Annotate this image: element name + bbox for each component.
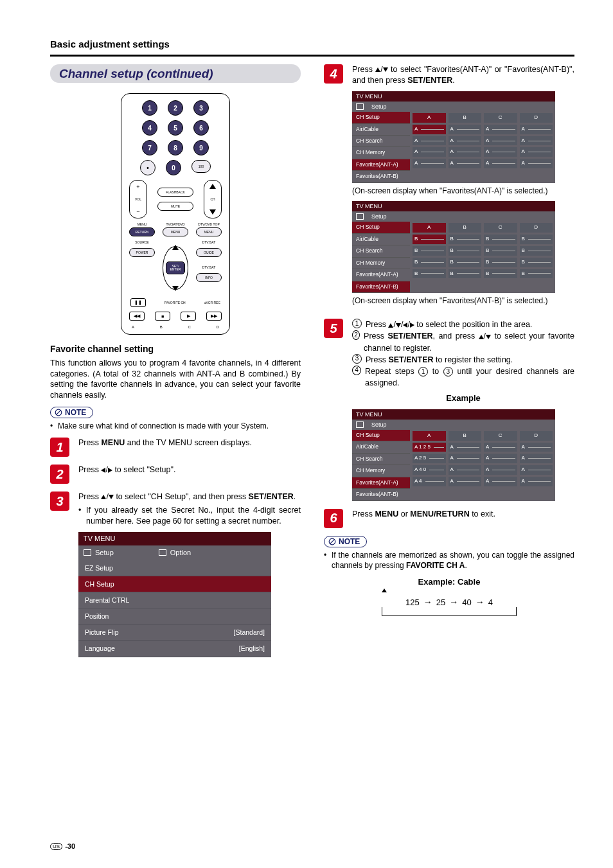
step-5-body: 1Press /// to select the position in the… xyxy=(352,319,574,500)
remote-menu3: MENU xyxy=(196,227,222,236)
remote-dpad: SET/ ENTER xyxy=(159,242,192,294)
captionA: (On-screen display when "Favorites(ANT-A… xyxy=(352,186,574,196)
circled-4-icon: 4 xyxy=(352,366,361,375)
remote-stop-icon: ■ xyxy=(155,312,170,321)
tvmenu3-row: Language[English] xyxy=(78,641,271,657)
remote-btn-7: 7 xyxy=(142,140,157,155)
step-6-num: 6 xyxy=(324,509,343,528)
remote-info: INFO xyxy=(196,273,222,282)
intro-para: This function allows you to program 4 fa… xyxy=(50,358,301,400)
example-heading: Example xyxy=(352,393,574,404)
option-icon xyxy=(159,549,166,556)
remote-btn-5: 5 xyxy=(168,120,183,136)
tvmenu-step3: TV MENU SetupOption EZ Setup CH Setup Pa… xyxy=(78,532,271,657)
svg-line-3 xyxy=(330,539,334,544)
remote-btn-8: 8 xyxy=(168,140,183,155)
step-1-body: Press MENU and the TV MENU screen displa… xyxy=(78,438,301,448)
up-arrow-icon xyxy=(101,495,106,499)
tv-icon xyxy=(84,549,91,556)
remote-ff-icon: ▶▶ xyxy=(206,312,222,321)
left-arrow-icon xyxy=(101,468,105,473)
tvmenu3-row: Parental CTRL xyxy=(78,592,271,608)
remote-btn-ent: 100 xyxy=(191,160,211,173)
remote-btn-3: 3 xyxy=(193,100,209,116)
svg-line-1 xyxy=(56,410,60,414)
loop-arrow-icon xyxy=(382,589,387,592)
step-2-num: 2 xyxy=(50,465,69,484)
loop-line xyxy=(382,607,517,616)
tvmenu3-row: Picture Flip[Standard] xyxy=(78,624,271,641)
remote-guide: GUIDE xyxy=(196,248,222,257)
step-3-sub: If you already set the Secret No., input… xyxy=(78,505,301,527)
tvmenu-favA: TV MENU Setup CH SetupAir/CableCH Search… xyxy=(352,91,555,183)
tvmenu-favB: TV MENU Setup CH SetupAir/CableCH Search… xyxy=(352,201,555,293)
step-3-body: Press / to select "CH Setup", and then p… xyxy=(78,492,301,657)
note-icon xyxy=(55,409,62,416)
remote-diagram: 123 456 789 •0100 +VOL− FLASHBACK MUTE C… xyxy=(121,93,230,335)
down-arrow-icon xyxy=(109,495,114,499)
step-3-num: 3 xyxy=(50,492,69,511)
remote-pause-icon: ❚❚ xyxy=(130,298,146,307)
example-cable-heading: Example: Cable xyxy=(324,577,574,587)
remote-set-enter: SET/ ENTER xyxy=(166,261,185,274)
remote-play-icon: ▶ xyxy=(181,312,196,321)
step-1-num: 1 xyxy=(50,438,69,457)
remote-power: POWER xyxy=(129,248,155,257)
tvmenu3-header: TV MENU xyxy=(78,532,271,545)
tvmenu3-row: EZ Setup xyxy=(78,560,271,576)
step-4-body: Press / to select "Favorites(ANT-A)" or … xyxy=(352,64,574,311)
cable-sequence: 125→ 25→ 40→ 4 xyxy=(324,597,574,607)
right-arrow-icon xyxy=(108,468,112,473)
remote-mute: MUTE xyxy=(157,202,193,211)
remote-vol: +VOL− xyxy=(129,180,147,218)
up-arrow-icon xyxy=(375,67,380,72)
step-6-body: Press MENU or MENU/RETURN to exit. xyxy=(352,509,574,520)
remote-btn-0: 0 xyxy=(166,160,181,175)
step-4-num: 4 xyxy=(324,64,343,84)
page-footer: US -30 xyxy=(50,842,75,850)
tvmenu3-row: Position xyxy=(78,608,271,624)
tvmenu-example: TV MENU Setup CH SetupAir/CableCH Search… xyxy=(352,409,555,501)
note2-text: If the channels are memorized as shown, … xyxy=(324,550,574,571)
remote-menu2: MENU xyxy=(163,227,188,236)
remote-btn-6: 6 xyxy=(193,120,209,136)
region-badge: US xyxy=(50,843,62,850)
note-tag-2: NOTE xyxy=(324,536,367,547)
remote-btn-9: 9 xyxy=(193,140,209,155)
down-arrow-icon xyxy=(383,67,388,72)
remote-rew-icon: ◀◀ xyxy=(129,312,145,321)
title-bar: Channel setup (continued) xyxy=(50,64,301,83)
remote-btn-dot: • xyxy=(140,160,155,175)
captionB: (On-screen display when "Favorites(ANT-B… xyxy=(352,296,574,306)
remote-flashback: FLASHBACK xyxy=(157,188,193,197)
circled-1-icon: 1 xyxy=(352,319,362,328)
page-title: Channel setup (continued) xyxy=(59,67,213,80)
note-tag: NOTE xyxy=(50,407,93,418)
tvmenu3-row: CH Setup xyxy=(78,576,271,592)
remote-btn-4: 4 xyxy=(142,120,157,136)
step-5-num: 5 xyxy=(324,319,343,338)
remote-ch: CH xyxy=(204,180,222,218)
remote-return: RETURN xyxy=(129,227,155,236)
step-2-body: Press / to select "Setup". xyxy=(78,465,301,475)
circled-2-icon: 2 xyxy=(352,330,360,340)
note1-text: Make sure what kind of connection is mad… xyxy=(50,421,301,431)
remote-btn-2: 2 xyxy=(168,100,183,116)
circled-3-icon: 3 xyxy=(352,354,362,364)
header-rule xyxy=(50,55,574,57)
remote-btn-1: 1 xyxy=(142,100,157,116)
section-header: Basic adjustment settings xyxy=(50,39,574,49)
subheading: Favorite channel setting xyxy=(50,344,301,354)
note-icon xyxy=(328,538,336,545)
